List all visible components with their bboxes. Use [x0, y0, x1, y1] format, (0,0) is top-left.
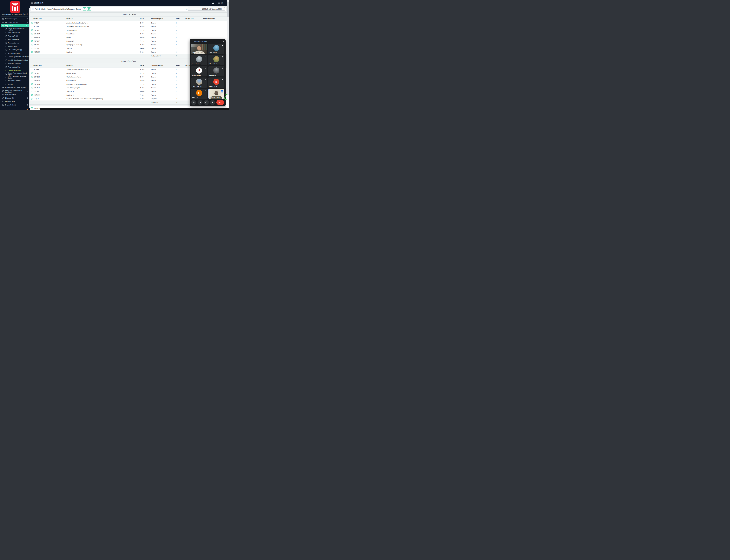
course-info-icon[interactable] [31, 22, 33, 24]
sidebar-item[interactable]: İstihdam Olanakları [0, 62, 30, 65]
meet-mic-button[interactable] [191, 100, 196, 105]
sidebar-scrollbar[interactable] [29, 8, 30, 108]
course-code-cell: TDİ157 [30, 47, 66, 49]
course-code-cell: TDİ158 [30, 90, 66, 92]
sidebar-item[interactable]: Dersler ve İçerikleri [0, 69, 30, 72]
sidebar-item[interactable]: Öğrenciler için Genel Bilgiler [0, 86, 30, 89]
participant-tile[interactable]: Ahmet Yasir A... [208, 55, 224, 65]
meet-end-call-button[interactable] [216, 100, 224, 105]
sidebar-item[interactable]: Yeterlilik Koşulları ve Kuralları [0, 59, 30, 62]
course-info-icon[interactable] [31, 36, 33, 38]
sidebar-item[interactable]: Üst Kademeye Geçiş [0, 48, 30, 52]
select-box-icon[interactable] [32, 8, 34, 10]
participant-tile[interactable]: Mustafa Pınar [191, 55, 207, 65]
course-akts: 5 [176, 37, 185, 38]
course-tul: 2+0+0 [140, 69, 151, 70]
sidebar-item[interactable]: Önceki Öğrenmenin Tanınması [0, 55, 30, 59]
print-preview-button[interactable] [87, 7, 91, 11]
sidebar-item[interactable]: Erasmus Beyannamesi (İngilizce) [0, 89, 30, 93]
participant-tile[interactable]: EEnes Kar [191, 89, 207, 99]
course-info-icon[interactable] [31, 72, 33, 74]
google-meet-window[interactable]: meet.google.com Ertuğrul ERBEYZelal ÇAKI… [190, 39, 225, 106]
raise-hand-icon [205, 101, 207, 104]
sidebar-item[interactable]: TYYÇ - Program Yeterlilikleri İlişkisi [0, 76, 30, 79]
meet-videocam-icon[interactable] [222, 40, 224, 42]
square-bullet-icon [6, 56, 7, 57]
course-info-icon[interactable] [31, 83, 33, 85]
course-tul: 2+0+0 [140, 48, 151, 49]
meet-url[interactable]: meet.google.com [194, 40, 221, 42]
course-akts: 2 [176, 76, 185, 78]
course-code-cell: GTP101 [30, 29, 66, 31]
column-header: Ders Kodu [30, 64, 66, 66]
sidebar-item[interactable]: Kurumsal Bilgiler [0, 17, 30, 21]
sidebar-item[interactable]: Bologna Süreci [0, 100, 30, 103]
sidebar-item[interactable]: Akademik Personel [0, 79, 30, 83]
course-info-icon[interactable] [31, 26, 33, 27]
sidebar-item[interactable]: Diploma Eki [0, 96, 30, 100]
course-tul: 2+0+0 [140, 51, 151, 53]
participant-tile[interactable]: Ertuğrul ERBEY [191, 44, 207, 54]
scrollbar-thumb[interactable] [227, 2, 229, 17]
sidebar-item[interactable]: Program Hakkında [0, 31, 30, 34]
meet-settings-sliders-icon[interactable] [191, 40, 193, 42]
participant-tile[interactable]: Sema Işık [208, 66, 224, 76]
hamburger-menu-icon[interactable] [31, 2, 33, 4]
sidebar-item[interactable]: Eğitim Türü (Amaçlar) ve Hedefler [0, 27, 30, 31]
sidebar-item[interactable]: Mezuniyet Koşulları [0, 52, 30, 55]
participant-tile[interactable]: Zelal ÇAKIR [208, 44, 224, 54]
sidebar-item[interactable]: Ulusal Yeterlilik [0, 93, 30, 96]
sidebar-item[interactable]: Program Yeterlikleri [0, 65, 30, 69]
course-tul: 2+0+0 [140, 91, 151, 92]
language-switcher[interactable]: EN [218, 2, 223, 4]
people-icon [2, 87, 4, 89]
course-row: GTP101Temel Tasarım2+2+0Zorunlu4 [30, 28, 227, 32]
sidebar-item[interactable]: İletişim [0, 83, 30, 86]
participant-avatar: B [213, 79, 219, 85]
course-info-icon[interactable] [31, 33, 33, 35]
participant-name: Ahmet Yasir A... [209, 63, 220, 65]
square-bullet-icon [6, 77, 7, 78]
sidebar-item[interactable]: Alınacak Derece [0, 41, 30, 45]
sidebar-item[interactable]: Program Yetkilileri [0, 38, 30, 41]
sidebar-item[interactable]: Ders & Program Yeterlilikleri İlişkisi [0, 72, 30, 76]
participant-avatar [213, 56, 219, 62]
meet-camera-button[interactable] [197, 100, 202, 105]
course-name: Temel Tasarım [66, 29, 140, 31]
course-name: Atatürk İlkeleri ve İnkılâp Tarihi II [66, 69, 140, 70]
course-info-icon[interactable] [31, 90, 33, 92]
home-icon[interactable] [212, 2, 214, 4]
course-info-icon[interactable] [31, 51, 33, 53]
course-info-icon[interactable] [31, 47, 33, 49]
course-info-icon[interactable] [31, 87, 33, 89]
square-bullet-icon [6, 49, 7, 50]
course-info-icon[interactable] [31, 76, 33, 78]
course-info-icon[interactable] [31, 80, 33, 81]
grouped-courses-checkbox[interactable] [31, 107, 33, 109]
course-info-icon[interactable] [31, 94, 33, 96]
print-button[interactable] [83, 7, 86, 11]
course-info-icon[interactable] [31, 40, 33, 42]
meet-more-options-button[interactable] [210, 100, 215, 105]
mic-off-icon [221, 44, 224, 47]
breadcrumb: Teknik Bilimler Meslek Yüksekokulu / Gra… [35, 8, 81, 10]
meet-raise-hand-button[interactable] [204, 100, 209, 105]
participant-avatar [213, 45, 219, 51]
course-akts: 4 [176, 33, 185, 35]
year-dropdown[interactable]: 2024 (Grafik Tasarımı 2024) [187, 7, 225, 11]
course-info-icon[interactable] [31, 29, 33, 31]
course-info-icon[interactable] [31, 44, 33, 46]
scroll-up-arrow[interactable] [227, 1, 228, 1]
course-code-cell: İSG101 [30, 44, 66, 46]
course-info-icon[interactable] [31, 69, 33, 70]
participant-tile[interactable]: dkdesignerkibar [191, 66, 207, 76]
sidebar-item[interactable]: Kabul Koşulları [0, 45, 30, 48]
participant-tile[interactable]: BBeyza AKIN [208, 77, 224, 88]
participant-tile[interactable]: Dilek Yücel Or... [191, 77, 207, 88]
sidebar-item[interactable]: Resim Galerisi [0, 103, 30, 107]
sidebar-item[interactable]: Bilgi Paketi [1, 24, 29, 27]
sidebar-item[interactable]: Akademik Birimler [0, 21, 30, 24]
page-scrollbar[interactable] [227, 0, 229, 110]
participant-tile[interactable]: Tasarım Bölümü [208, 89, 224, 99]
sidebar-item[interactable]: Program Profili [0, 34, 30, 38]
